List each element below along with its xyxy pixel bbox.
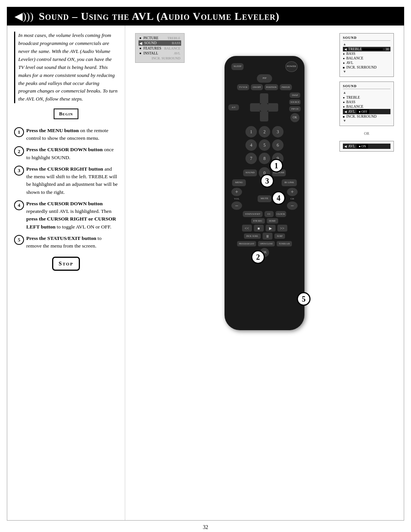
step-3-bold: Press the CURSOR RIGHT button: [26, 166, 103, 172]
step-5-text: Press the STATUS/EXIT button to remove t…: [26, 235, 118, 250]
page-title: Sound – Using the AVL (Audio Volume Leve…: [39, 10, 280, 22]
surf-btn[interactable]: SURF: [274, 233, 285, 239]
step-4-text: Press the CURSOR DOWN button repeatedly …: [26, 200, 118, 231]
pipch-btn[interactable]: PIP CH: [289, 106, 301, 112]
step-circle-2: 2: [251, 250, 265, 264]
ff-btn[interactable]: >>: [277, 225, 287, 232]
menu-item-features: ● FEATURES BALANCE: [139, 46, 181, 51]
ok-btn[interactable]: OK: [290, 113, 299, 122]
freeze-btn[interactable]: FREEZE: [280, 84, 292, 90]
play-btn[interactable]: ▶: [266, 225, 276, 232]
num-grid: 1 2 3 4 5 6 7 8 9: [245, 126, 284, 164]
smp-balance-2: ● BALANCE: [343, 104, 390, 109]
etrrec-btn[interactable]: ETR REC: [251, 218, 265, 224]
step-1-bold: Press the MENU button: [26, 128, 79, 133]
btn-6[interactable]: 6: [272, 139, 284, 151]
btn-8[interactable]: 8: [259, 153, 270, 164]
step-3-number: 3: [14, 166, 24, 176]
mute-btn[interactable]: MUTE: [258, 195, 271, 202]
stop-transport-btn[interactable]: ■: [254, 225, 264, 232]
menu-item-install: ● INSTALL AVL: [139, 51, 181, 56]
sleep-btn[interactable]: SLEEP: [231, 63, 244, 70]
step-1-text: Press the MENU button on the remote cont…: [26, 127, 118, 142]
tunerab-btn[interactable]: TUNER A/B: [277, 241, 292, 246]
vol-up-btn[interactable]: +: [231, 188, 242, 196]
home-btn[interactable]: HOME: [267, 218, 278, 224]
proglist-btn[interactable]: PROGRAM LIST: [237, 241, 256, 246]
source-btn[interactable]: SOURCE: [289, 99, 301, 105]
dpad-left[interactable]: [250, 103, 260, 112]
step-circle-3: 3: [260, 174, 274, 188]
page-header: ◀))) Sound – Using the AVL (Audio Volume…: [7, 7, 404, 26]
status-row: STATUS/EXIT CC CLOCK: [228, 211, 301, 217]
btn-2[interactable]: 2: [259, 126, 270, 137]
smp-balance-1: ● BALANCE: [343, 56, 390, 61]
vol-ch-row: + VOL – MUTE + CH –: [228, 188, 301, 210]
control-row: TV/VCR ON/OFF POSITION FREEZE: [228, 84, 301, 90]
irlink-btn[interactable]: IR LINK: [282, 179, 297, 186]
openclose-btn[interactable]: OPEN/CLOSE: [258, 241, 275, 246]
ch-down-btn[interactable]: –: [287, 201, 298, 210]
menu-item-picture: ● PICTURE TREBLE: [139, 35, 181, 40]
page-number: 32: [0, 521, 411, 532]
smp-bass-2: ● BASS: [343, 100, 390, 104]
dpad-up[interactable]: [260, 93, 268, 103]
btn-7[interactable]: 7: [245, 153, 257, 164]
rewind-btn[interactable]: <<: [242, 225, 252, 232]
pip-btn[interactable]: PIP: [257, 74, 272, 83]
position-btn[interactable]: POSITION: [264, 84, 278, 90]
pause-btn[interactable]: ⏸: [263, 233, 272, 240]
sound-btn[interactable]: SOUND: [243, 169, 257, 176]
stop-label: Stop: [52, 257, 80, 271]
step-circle-1: 1: [269, 159, 283, 173]
step-4-rest2: to toggle AVL ON or OFF.: [57, 224, 112, 230]
step-2-number: 2: [14, 146, 24, 156]
sound-menu-avl-off: SOUND ▲ ● TREBLE ● BASS ●: [339, 81, 394, 126]
incrsurr-btn[interactable]: INCR. SURR.: [244, 233, 261, 239]
step-1-number: 1: [14, 127, 24, 137]
menu-item-incr: INCR. SURROUND: [139, 56, 181, 61]
main-content: In most cases, the volume levels coming …: [7, 26, 404, 521]
power-btn[interactable]: POWER: [285, 61, 298, 72]
step-4-number: 4: [14, 200, 24, 210]
smp-bass-1: ● BASS: [343, 51, 390, 56]
btn-5[interactable]: 5: [259, 139, 270, 151]
step-3: 3 Press the CURSOR RIGHT button and the …: [14, 165, 118, 196]
num-row: 1 2 3 4 5 6 7 8 9: [228, 125, 301, 166]
step-4-bold: Press the CURSOR DOWN button: [26, 201, 103, 206]
status-exit-btn[interactable]: STATUS/EXIT: [243, 211, 263, 217]
swap-btn[interactable]: SWAP: [290, 93, 300, 98]
or-separator: OR: [339, 131, 394, 136]
dpad-down[interactable]: [260, 112, 268, 121]
btn-3[interactable]: 3: [272, 126, 284, 137]
remote-control: SLEEP POWER PIP TV: [225, 56, 304, 330]
dpad-center[interactable]: [259, 102, 269, 112]
clock-btn[interactable]: CLOCK: [276, 211, 286, 217]
cc-btn[interactable]: CC: [264, 211, 274, 217]
btn-4[interactable]: 4: [245, 139, 257, 151]
pip-row: PIP: [228, 74, 301, 83]
etr-row: ETR REC HOME: [228, 218, 301, 224]
avr-btn[interactable]: A/V: [228, 104, 239, 110]
ch-up-btn[interactable]: +: [287, 188, 298, 196]
smp-incr-1: ■ INCR. SURROUND: [343, 65, 390, 70]
dpad[interactable]: [250, 93, 278, 121]
vol-down-btn[interactable]: –: [231, 201, 242, 210]
step-2: 2 Press the CURSOR DOWN button once to h…: [14, 146, 118, 161]
onoff-btn[interactable]: ON/OFF: [251, 84, 263, 90]
smp-incr-2: ■ INCR. SURROUND: [343, 114, 390, 119]
smp-treble-2: ● TREBLE: [343, 95, 390, 100]
right-menu-panels: SOUND ▲ ◀ TREBLE 30 ●: [339, 33, 394, 152]
right-panel-inner: ● PICTURE TREBLE ◀ SOUND BASS ● FEATURES: [129, 33, 400, 376]
transport-row: << ■ ▶ >>: [228, 225, 301, 232]
surr-row: INCR. SURR. ⏸ SURF: [228, 233, 301, 240]
dpad-right[interactable]: [268, 103, 278, 112]
menu-btn[interactable]: MENU: [232, 179, 246, 186]
sound-icon: ◀))): [14, 10, 33, 22]
main-menu-display: ● PICTURE TREBLE ◀ SOUND BASS ● FEATURES: [135, 33, 185, 63]
step-5: 5 Press the STATUS/EXIT button to remove…: [14, 235, 118, 250]
step-2-text: Press the CURSOR DOWN button once to hig…: [26, 146, 118, 161]
btn-1[interactable]: 1: [245, 126, 257, 137]
tvvcr-btn[interactable]: TV/VCR: [237, 84, 249, 90]
remote-body: SLEEP POWER PIP TV: [225, 56, 304, 330]
